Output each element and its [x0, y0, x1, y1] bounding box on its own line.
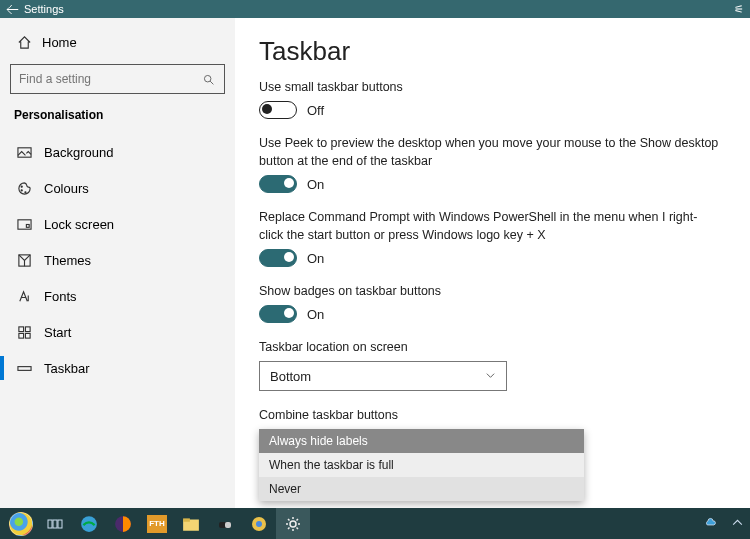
search-box[interactable] [10, 64, 225, 94]
svg-rect-8 [18, 326, 23, 331]
back-icon[interactable]: 🡠 [0, 2, 24, 17]
svg-point-4 [24, 191, 25, 192]
fth-icon: FTH [147, 515, 167, 533]
task-app-fth[interactable]: FTH [140, 508, 174, 539]
task-app-firefox[interactable] [106, 508, 140, 539]
start-grid-icon [16, 324, 32, 340]
sidebar-item-label: Lock screen [44, 217, 114, 232]
task-app-settings[interactable] [276, 508, 310, 539]
task-app-chrome[interactable] [242, 508, 276, 539]
location-value: Bottom [270, 369, 311, 384]
powershell-toggle[interactable] [259, 249, 297, 267]
combine-label: Combine taskbar buttons [259, 407, 599, 423]
sidebar-item-label: Fonts [44, 289, 77, 304]
window-controls-icon[interactable]: ⚟ [734, 3, 744, 16]
themes-icon [16, 252, 32, 268]
location-label: Taskbar location on screen [259, 340, 408, 354]
svg-rect-13 [48, 520, 52, 528]
chevron-down-icon [485, 369, 496, 384]
svg-rect-9 [25, 326, 30, 331]
task-app-explorer[interactable] [174, 508, 208, 539]
sidebar-item-label: Themes [44, 253, 91, 268]
system-tray[interactable] [704, 516, 744, 531]
svg-point-23 [256, 521, 262, 527]
search-input[interactable] [19, 72, 200, 86]
app-title: Settings [24, 3, 64, 15]
svg-rect-19 [183, 518, 190, 521]
svg-rect-6 [26, 224, 29, 227]
os-taskbar: FTH [0, 508, 750, 539]
badges-state: On [307, 307, 324, 322]
peek-toggle[interactable] [259, 175, 297, 193]
lockscreen-icon [16, 216, 32, 232]
sidebar-item-background[interactable]: Background [8, 134, 227, 170]
svg-rect-11 [25, 333, 30, 338]
sidebar-item-taskbar[interactable]: Taskbar [8, 350, 227, 386]
small-buttons-state: Off [307, 103, 324, 118]
taskview-button[interactable] [38, 508, 72, 539]
combine-option[interactable]: Never [259, 477, 584, 501]
home-icon [16, 34, 32, 50]
badges-label: Show badges on taskbar buttons [259, 284, 441, 298]
sidebar-item-colours[interactable]: Colours [8, 170, 227, 206]
sidebar-item-label: Background [44, 145, 113, 160]
peek-state: On [307, 177, 324, 192]
palette-icon [16, 180, 32, 196]
sidebar-item-label: Start [44, 325, 71, 340]
location-dropdown[interactable]: Bottom [259, 361, 507, 391]
sidebar-item-fonts[interactable]: Fonts [8, 278, 227, 314]
home-label: Home [42, 35, 77, 50]
svg-point-24 [290, 521, 296, 527]
onedrive-icon[interactable] [704, 516, 717, 531]
sidebar-item-start[interactable]: Start [8, 314, 227, 350]
powershell-label: Replace Command Prompt with Windows Powe… [259, 210, 697, 242]
svg-rect-10 [18, 333, 23, 338]
svg-point-3 [21, 189, 22, 190]
small-buttons-label: Use small taskbar buttons [259, 80, 403, 94]
combine-dropdown-open[interactable]: Always hide labels When the taskbar is f… [259, 429, 584, 501]
svg-rect-12 [17, 366, 30, 370]
combine-option[interactable]: Always hide labels [259, 429, 584, 453]
svg-rect-15 [58, 520, 62, 528]
svg-rect-21 [225, 522, 231, 528]
sidebar: Home Personalisation Background Colours … [0, 18, 235, 508]
taskbar-icon [16, 360, 32, 376]
picture-icon [16, 144, 32, 160]
small-buttons-toggle[interactable] [259, 101, 297, 119]
svg-point-0 [204, 75, 211, 82]
badges-toggle[interactable] [259, 305, 297, 323]
svg-point-2 [21, 186, 22, 187]
sidebar-item-label: Taskbar [44, 361, 90, 376]
fonts-icon [16, 288, 32, 304]
content-pane: Taskbar Use small taskbar buttons Off Us… [235, 18, 750, 508]
powershell-state: On [307, 251, 324, 266]
sidebar-item-label: Colours [44, 181, 89, 196]
sidebar-item-themes[interactable]: Themes [8, 242, 227, 278]
category-heading: Personalisation [8, 108, 227, 134]
start-orb-icon [9, 512, 33, 536]
start-button[interactable] [4, 508, 38, 539]
svg-rect-14 [53, 520, 57, 528]
title-bar: 🡠 Settings ⚟ [0, 0, 750, 18]
tray-chevron-up-icon[interactable] [731, 516, 744, 531]
sidebar-item-lockscreen[interactable]: Lock screen [8, 206, 227, 242]
page-title: Taskbar [259, 36, 720, 67]
combine-option[interactable]: When the taskbar is full [259, 453, 584, 477]
home-button[interactable]: Home [8, 28, 227, 56]
task-app-edge[interactable] [72, 508, 106, 539]
peek-label: Use Peek to preview the desktop when you… [259, 136, 718, 168]
search-icon [200, 71, 216, 87]
task-app-eraser[interactable] [208, 508, 242, 539]
